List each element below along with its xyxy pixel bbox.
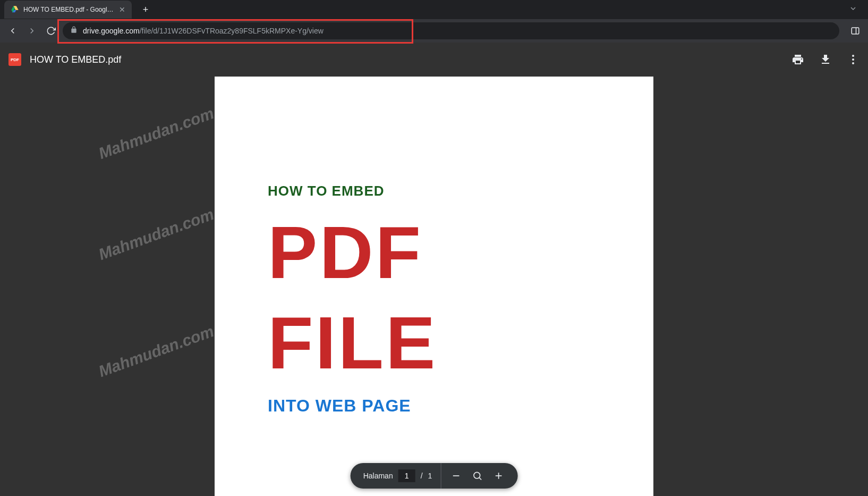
watermark: Mahmudan.com — [96, 104, 216, 163]
lock-icon — [70, 26, 78, 36]
drive-viewer-header: PDF HOW TO EMBED.pdf — [0, 43, 868, 77]
forward-button[interactable] — [24, 23, 39, 38]
pdf-word-2: FILE — [268, 306, 600, 380]
svg-rect-3 — [852, 28, 859, 34]
zoom-controls — [441, 469, 513, 482]
print-button[interactable] — [792, 53, 804, 66]
url-text: drive.google.com/file/d/1J1W26DSFvTRoaz2… — [83, 27, 324, 35]
watermark: Mahmudan.com — [96, 205, 216, 264]
svg-point-7 — [852, 62, 854, 64]
more-menu-icon[interactable] — [847, 53, 860, 66]
page-separator: / — [421, 472, 423, 480]
page-indicator: Halaman / 1 — [355, 463, 441, 489]
zoom-out-button[interactable] — [449, 469, 462, 482]
pdf-word-1: PDF — [268, 215, 600, 290]
browser-nav-bar: drive.google.com/file/d/1J1W26DSFvTRoaz2… — [0, 19, 868, 43]
reload-button[interactable] — [44, 23, 58, 38]
zoom-in-button[interactable] — [492, 469, 505, 482]
pdf-bottom-toolbar: Halaman / 1 — [351, 463, 518, 489]
panel-icon[interactable] — [848, 23, 863, 38]
download-button[interactable] — [819, 53, 832, 66]
pdf-badge-icon: PDF — [8, 53, 21, 66]
file-title: HOW TO EMBED.pdf — [30, 54, 121, 65]
browser-tab[interactable]: HOW TO EMBED.pdf - Google D ✕ — [4, 1, 132, 19]
page-input[interactable] — [398, 469, 415, 482]
svg-point-6 — [852, 58, 854, 61]
content-area: Mahmudan.com Mahmudan.com Mahmudan.com M… — [0, 77, 868, 496]
zoom-reset-icon[interactable] — [471, 469, 483, 482]
svg-point-5 — [852, 55, 854, 57]
browser-tab-bar: HOW TO EMBED.pdf - Google D ✕ + — [0, 0, 868, 19]
close-icon[interactable]: ✕ — [119, 5, 125, 14]
new-tab-button[interactable]: + — [138, 2, 153, 17]
svg-point-9 — [474, 472, 480, 478]
pdf-subtext: INTO WEB PAGE — [268, 396, 600, 416]
tabs-dropdown-icon[interactable] — [849, 4, 857, 15]
svg-rect-12 — [498, 473, 499, 479]
back-button[interactable] — [5, 23, 20, 38]
drive-favicon — [11, 5, 19, 14]
svg-line-10 — [479, 478, 481, 480]
svg-rect-8 — [453, 475, 459, 476]
page-label: Halaman — [363, 472, 393, 480]
watermark: Mahmudan.com — [96, 322, 216, 381]
tab-title: HOW TO EMBED.pdf - Google D — [23, 6, 115, 13]
address-bar[interactable]: drive.google.com/file/d/1J1W26DSFvTRoaz2… — [63, 22, 839, 39]
pdf-page: HOW TO EMBED PDF FILE INTO WEB PAGE — [215, 77, 653, 496]
page-total: 1 — [428, 472, 432, 480]
pdf-heading: HOW TO EMBED — [268, 183, 600, 199]
browser-right-icons — [848, 23, 863, 38]
